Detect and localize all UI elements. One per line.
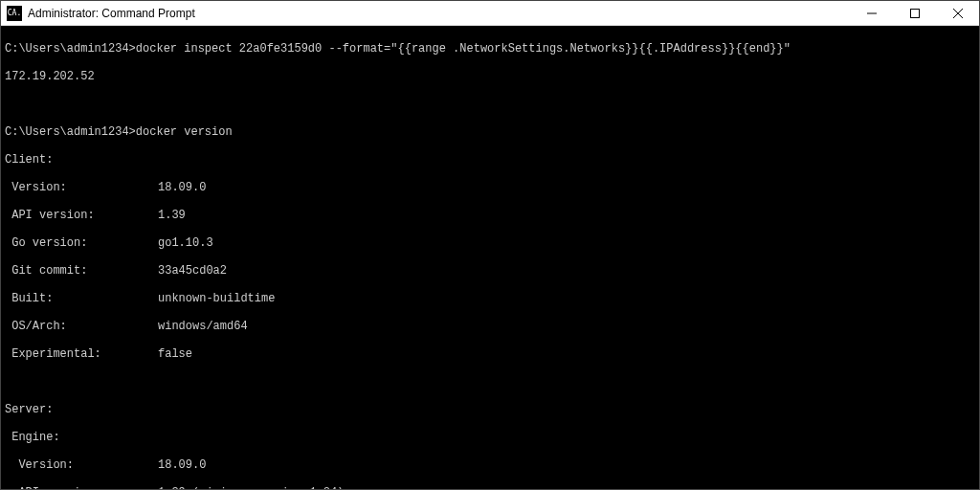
client-exp: Experimental:false — [5, 347, 975, 362]
label: Version: — [5, 181, 158, 195]
engine-header: Engine: — [5, 431, 975, 445]
label: Git commit: — [5, 264, 158, 278]
inspect-output: 172.19.202.52 — [5, 70, 975, 84]
label: Version: — [5, 458, 158, 473]
minimize-button[interactable] — [850, 1, 893, 26]
value: 33a45cd0a2 — [158, 264, 227, 278]
cmd-line-inspect: C:\Users\admin1234>docker inspect 22a0fe… — [5, 42, 975, 56]
value: 1.39 — [158, 209, 186, 222]
cmd-version-text: docker version — [136, 125, 233, 139]
command-prompt-window: CA. Administrator: Command Prompt C:\Use… — [0, 0, 980, 490]
svg-rect-1 — [910, 9, 919, 17]
server-api: API version:1.39 (minimum version 1.24) — [5, 486, 975, 490]
window-title: Administrator: Command Prompt — [28, 7, 195, 20]
value: 1.39 (minimum version 1.24) — [158, 486, 344, 490]
value: windows/amd64 — [158, 320, 248, 333]
label: Built: — [5, 292, 158, 306]
server-version: Version:18.09.0 — [5, 458, 975, 473]
client-header: Client: — [5, 153, 975, 167]
close-icon — [953, 9, 963, 18]
value: 18.09.0 — [158, 181, 206, 194]
client-git: Git commit:33a45cd0a2 — [5, 264, 975, 278]
server-header: Server: — [5, 403, 975, 417]
blank-line — [5, 98, 975, 112]
value: 18.09.0 — [158, 458, 206, 472]
maximize-button[interactable] — [893, 1, 936, 26]
cmd-icon: CA. — [7, 6, 22, 21]
label: Go version: — [5, 236, 158, 251]
client-go: Go version:go1.10.3 — [5, 236, 975, 251]
cmd-icon-label: CA. — [8, 9, 21, 17]
label: API version: — [5, 209, 158, 223]
client-built: Built:unknown-buildtime — [5, 292, 975, 306]
terminal-output[interactable]: C:\Users\admin1234>docker inspect 22a0fe… — [1, 26, 979, 489]
value: go1.10.3 — [158, 236, 213, 250]
prompt: C:\Users\admin1234> — [5, 125, 136, 139]
prompt: C:\Users\admin1234> — [5, 42, 136, 56]
titlebar: CA. Administrator: Command Prompt — [1, 1, 979, 26]
value: unknown-buildtime — [158, 292, 275, 305]
label: OS/Arch: — [5, 320, 158, 334]
label: Experimental: — [5, 347, 158, 362]
minimize-icon — [867, 9, 877, 18]
cmd-line-version: C:\Users\admin1234>docker version — [5, 125, 975, 140]
cmd-inspect-text: docker inspect 22a0fe3159d0 --format="{{… — [136, 42, 791, 56]
value: false — [158, 347, 192, 361]
client-api: API version:1.39 — [5, 209, 975, 223]
maximize-icon — [910, 9, 920, 18]
client-os: OS/Arch:windows/amd64 — [5, 320, 975, 334]
close-button[interactable] — [936, 1, 979, 26]
label: API version: — [5, 486, 158, 490]
client-version: Version:18.09.0 — [5, 181, 975, 195]
blank-line — [5, 375, 975, 390]
